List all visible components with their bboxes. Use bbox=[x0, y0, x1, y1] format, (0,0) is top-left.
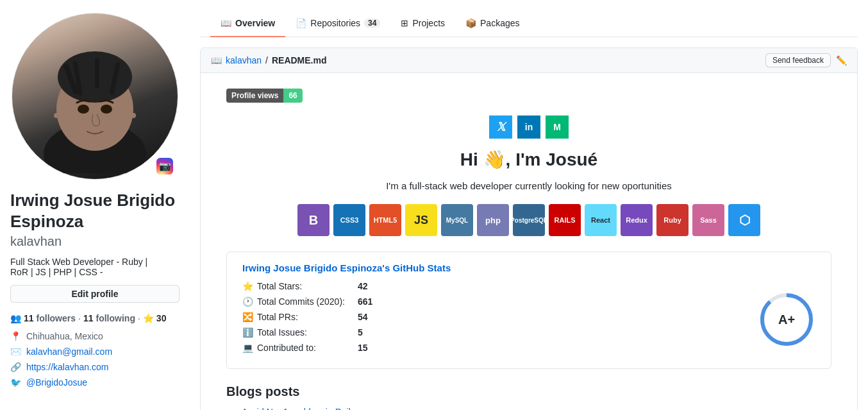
tech-html5: HTML5 bbox=[369, 204, 401, 236]
location-text: Chihuahua, Mexico bbox=[26, 331, 103, 341]
stats-body: ⭐ Total Stars: 42 🕐 Total Commits (2020)… bbox=[242, 281, 815, 358]
sidebar: 📷 Irwing Josue Brigido Espinoza kalavhan… bbox=[0, 0, 190, 410]
tech-stack-icons: B CSS3 HTML5 JS MySQL php PostgreSQL RAI… bbox=[226, 204, 831, 236]
readme-header: 📖 kalavhan / README.md Send feedback ✏️ bbox=[201, 48, 857, 73]
website-item: 🔗 https://kalavhan.com bbox=[10, 362, 179, 372]
email-item: ✉️ kalavhan@gmail.com bbox=[10, 346, 179, 357]
location-icon: 📍 bbox=[10, 331, 21, 341]
readme-card: 📖 kalavhan / README.md Send feedback ✏️ … bbox=[200, 47, 858, 410]
readme-body: Profile views 66 𝕏 in M Hi 👋, I'm Josué … bbox=[201, 73, 857, 410]
follow-stats: 👥 11 followers · 11 following · ⭐ 30 bbox=[10, 313, 179, 323]
social-icons-row: 𝕏 in M bbox=[226, 115, 831, 139]
tech-bootstrap: B bbox=[297, 204, 330, 236]
repo-count: 34 bbox=[364, 19, 380, 28]
avatar bbox=[12, 13, 178, 180]
projects-icon: ⊞ bbox=[401, 18, 408, 28]
blog-post-1-link[interactable]: Avoid N + 1 problem in Rails bbox=[242, 407, 355, 410]
stat-value-issues: 5 bbox=[358, 327, 363, 337]
svg-point-13 bbox=[54, 113, 59, 118]
breadcrumb-slash: / bbox=[265, 55, 268, 65]
following-count: 11 bbox=[83, 313, 94, 323]
tab-repositories-label: Repositories bbox=[310, 18, 360, 28]
email-link[interactable]: kalavhan@gmail.com bbox=[26, 346, 112, 357]
profile-views-badge-wrap: Profile views 66 bbox=[226, 89, 831, 115]
twitter-link[interactable]: @BrigidoJosue bbox=[26, 377, 87, 388]
tab-packages[interactable]: 📦 Packages bbox=[455, 10, 530, 37]
profile-views-count: 66 bbox=[283, 89, 302, 103]
tech-mysql: MySQL bbox=[441, 204, 473, 236]
svg-point-11 bbox=[78, 105, 89, 114]
tech-ruby: Ruby bbox=[656, 204, 689, 236]
svg-point-14 bbox=[131, 113, 136, 118]
stat-label-stars: ⭐ Total Stars: bbox=[242, 281, 358, 291]
people-icon: 👥 bbox=[10, 313, 21, 323]
main-content: 📖 Overview 📄 Repositories 34 ⊞ Projects … bbox=[190, 0, 868, 410]
tech-sass: Sass bbox=[692, 204, 724, 236]
dot-separator: · bbox=[78, 313, 81, 323]
linkedin-social-link[interactable]: in bbox=[517, 115, 540, 139]
profile-meta: 📍 Chihuahua, Mexico ✉️ kalavhan@gmail.co… bbox=[10, 331, 179, 388]
followers-link[interactable]: followers bbox=[37, 313, 76, 323]
grade-circle-svg: A+ bbox=[758, 291, 815, 348]
stat-label-contributed: 💻 Contributed to: bbox=[242, 343, 358, 353]
edit-profile-button[interactable]: Edit profile bbox=[10, 285, 179, 303]
blog-post-1: Avoid N + 1 problem in Rails bbox=[242, 407, 831, 410]
profile-views-badge: Profile views 66 bbox=[226, 89, 303, 103]
prs-stat-icon: 🔀 bbox=[242, 312, 253, 322]
star-icon: ⭐ bbox=[143, 313, 154, 323]
readme-header-actions: Send feedback ✏️ bbox=[765, 53, 847, 67]
tab-repositories[interactable]: 📄 Repositories 34 bbox=[285, 10, 390, 37]
tech-redux: Redux bbox=[621, 204, 653, 236]
stat-row-issues: ℹ️ Total Issues: 5 bbox=[242, 327, 742, 337]
commits-stat-icon: 🕐 bbox=[242, 296, 253, 307]
stat-label-issues: ℹ️ Total Issues: bbox=[242, 327, 358, 337]
page-layout: 📷 Irwing Josue Brigido Espinoza kalavhan… bbox=[0, 0, 868, 410]
breadcrumb-file: README.md bbox=[272, 55, 327, 65]
blog-section-title: Blogs posts bbox=[226, 384, 831, 399]
stars-stat-icon: ⭐ bbox=[242, 281, 253, 291]
greeting-text: Hi 👋, I'm Josué bbox=[226, 149, 831, 170]
tech-postgresql: PostgreSQL bbox=[513, 204, 545, 236]
stat-value-commits: 661 bbox=[358, 296, 372, 307]
readme-breadcrumb: 📖 kalavhan / README.md bbox=[211, 55, 327, 65]
avatar-illustration bbox=[31, 19, 159, 173]
stat-row-prs: 🔀 Total PRs: 54 bbox=[242, 312, 742, 322]
repo-icon: 📄 bbox=[296, 18, 306, 28]
readme-book-icon: 📖 bbox=[211, 55, 222, 65]
breadcrumb-user[interactable]: kalavhan bbox=[226, 55, 262, 65]
packages-icon: 📦 bbox=[465, 18, 476, 28]
stat-label-prs: 🔀 Total PRs: bbox=[242, 312, 358, 322]
stat-value-prs: 54 bbox=[358, 312, 368, 322]
book-icon: 📖 bbox=[221, 18, 231, 28]
twitter-icon: 🐦 bbox=[10, 377, 21, 388]
svg-rect-7 bbox=[95, 58, 99, 89]
user-bio: Full Stack Web Developer - Ruby | RoR | … bbox=[10, 257, 179, 277]
send-feedback-button[interactable]: Send feedback bbox=[765, 53, 831, 67]
avatar-wrap: 📷 bbox=[12, 13, 178, 180]
grade-wrap: A+ bbox=[758, 291, 815, 348]
bio-line1: Full Stack Web Developer - Ruby | bbox=[10, 257, 147, 267]
instagram-badge[interactable]: 📷 bbox=[155, 157, 174, 176]
stats-title: Irwing Josue Brigido Espinoza's GitHub S… bbox=[242, 262, 815, 273]
medium-social-link[interactable]: M bbox=[546, 115, 569, 139]
following-link[interactable]: following bbox=[96, 313, 135, 323]
tech-css3: CSS3 bbox=[333, 204, 365, 236]
link-icon: 🔗 bbox=[10, 362, 21, 372]
stars-count: 30 bbox=[156, 313, 167, 323]
nav-tabs: 📖 Overview 📄 Repositories 34 ⊞ Projects … bbox=[200, 10, 858, 37]
user-full-name: Irwing Josue Brigido Espinoza bbox=[10, 190, 179, 232]
tab-projects[interactable]: ⊞ Projects bbox=[390, 10, 455, 37]
tech-rails: RAILS bbox=[549, 204, 581, 236]
profile-views-label: Profile views bbox=[226, 89, 283, 103]
stat-row-commits: 🕐 Total Commits (2020): 661 bbox=[242, 296, 742, 307]
tab-overview[interactable]: 📖 Overview bbox=[210, 10, 285, 37]
website-link[interactable]: https://kalavhan.com bbox=[26, 362, 108, 372]
user-login: kalavhan bbox=[10, 234, 179, 249]
tech-react: React bbox=[585, 204, 617, 236]
edit-pencil-icon[interactable]: ✏️ bbox=[836, 55, 847, 65]
tech-php: php bbox=[477, 204, 509, 236]
grade-text: A+ bbox=[778, 312, 795, 327]
followers-count: 11 bbox=[24, 313, 34, 323]
issues-stat-icon: ℹ️ bbox=[242, 327, 253, 337]
twitter-social-link[interactable]: 𝕏 bbox=[489, 115, 512, 139]
